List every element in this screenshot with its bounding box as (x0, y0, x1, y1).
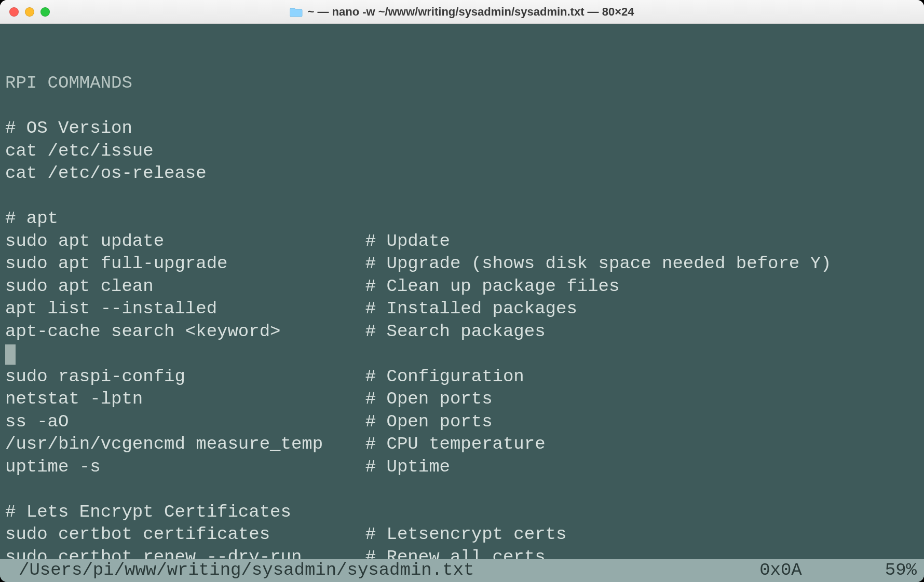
editor-viewport[interactable]: RPI COMMANDS # OS Versioncat /etc/issuec… (0, 24, 924, 582)
editor-line[interactable]: # Lets Encrypt Certificates (5, 501, 919, 524)
zoom-icon[interactable] (40, 7, 50, 17)
folder-icon (290, 7, 302, 17)
status-hex: 0x0A (759, 559, 802, 582)
editor-line[interactable]: sudo certbot certificates # Letsencrypt … (5, 523, 919, 546)
editor-line[interactable]: sudo apt full-upgrade # Upgrade (shows d… (5, 253, 919, 275)
editor-content[interactable]: RPI COMMANDS # OS Versioncat /etc/issuec… (5, 72, 919, 582)
terminal-window: ~ — nano -w ~/www/writing/sysadmin/sysad… (0, 0, 924, 582)
editor-line[interactable]: apt-cache search <keyword> # Search pack… (5, 321, 919, 343)
editor-line[interactable]: /usr/bin/vcgencmd measure_temp # CPU tem… (5, 433, 919, 456)
status-bar: /Users/pi/www/writing/sysadmin/sysadmin.… (0, 559, 924, 582)
editor-line[interactable]: RPI COMMANDS (5, 72, 919, 95)
window-title-text: ~ — nano -w ~/www/writing/sysadmin/sysad… (307, 5, 634, 19)
editor-line[interactable]: sudo raspi-config # Configuration (5, 366, 919, 389)
text-cursor (5, 344, 16, 365)
editor-line[interactable]: uptime -s # Uptime (5, 456, 919, 479)
editor-line[interactable]: # apt (5, 207, 919, 230)
editor-line[interactable]: sudo apt clean # Clean up package files (5, 275, 919, 298)
editor-line[interactable]: ss -aO # Open ports (5, 411, 919, 434)
window-controls (9, 7, 50, 17)
close-icon[interactable] (9, 7, 19, 17)
editor-line[interactable]: # OS Version (5, 117, 919, 140)
status-path: /Users/pi/www/writing/sysadmin/sysadmin.… (19, 559, 474, 582)
editor-line[interactable] (5, 343, 919, 366)
editor-line[interactable]: cat /etc/os-release (5, 162, 919, 185)
minimize-icon[interactable] (25, 7, 34, 17)
status-percent: 59% (885, 559, 917, 582)
window-title: ~ — nano -w ~/www/writing/sysadmin/sysad… (290, 5, 634, 19)
editor-line[interactable]: cat /etc/issue (5, 140, 919, 163)
titlebar[interactable]: ~ — nano -w ~/www/writing/sysadmin/sysad… (0, 0, 924, 24)
editor-line[interactable]: netstat -lptn # Open ports (5, 388, 919, 411)
editor-line[interactable] (5, 185, 919, 208)
editor-line[interactable] (5, 95, 919, 118)
editor-line[interactable] (5, 478, 919, 501)
editor-line[interactable]: sudo apt update # Update (5, 230, 919, 253)
editor-line[interactable]: apt list --installed # Installed package… (5, 298, 919, 321)
